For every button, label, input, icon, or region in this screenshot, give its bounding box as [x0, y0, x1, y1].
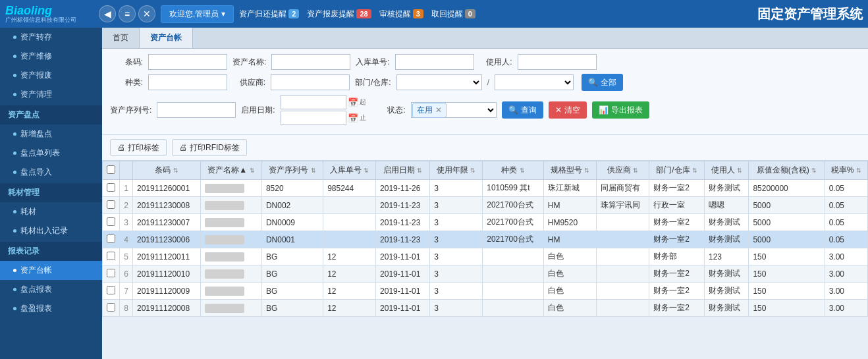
- sidebar-item-scrap[interactable]: 资产报废: [0, 66, 102, 85]
- end-date-input[interactable]: [281, 111, 346, 125]
- col-seqno[interactable]: 资产序列号 ⇅: [261, 161, 323, 180]
- sidebar-item-consumable[interactable]: 耗材: [0, 202, 102, 221]
- col-entryno[interactable]: 入库单号 ⇅: [323, 161, 376, 180]
- row-checkbox[interactable]: [107, 286, 115, 294]
- barcode-input[interactable]: [148, 54, 227, 70]
- col-type[interactable]: 种类 ⇅: [483, 161, 544, 180]
- export-button[interactable]: 📊 导出报表: [592, 101, 649, 119]
- alert-recall[interactable]: 取回提醒 0: [431, 9, 475, 20]
- clear-button[interactable]: ✕ 清空: [549, 101, 587, 119]
- sidebar-item-inventory-import[interactable]: 盘点导入: [0, 163, 102, 182]
- end-label: 止: [360, 113, 367, 123]
- cell-years: 3: [430, 248, 483, 265]
- cell-seqno: BG: [261, 265, 323, 283]
- seqno-input[interactable]: [157, 102, 236, 118]
- col-barcode[interactable]: 条码 ⇅: [133, 161, 201, 180]
- cell-assetname: ■■■■: [200, 248, 261, 265]
- sidebar-item-asset-ledger[interactable]: 资产台帐: [0, 261, 102, 280]
- table-row[interactable]: 4 201911230006 ■■■■ DN0001 2019-11-23 3 …: [103, 231, 868, 248]
- row-checkbox-cell[interactable]: [103, 283, 120, 300]
- logo-sub: 广州标领信息科技有限公司: [5, 17, 76, 23]
- sidebar-item-inventory-report[interactable]: 盘点报表: [0, 280, 102, 299]
- row-checkbox-cell[interactable]: [103, 248, 120, 265]
- dept-sub-select[interactable]: [495, 74, 574, 90]
- close-icon[interactable]: ✕: [138, 5, 155, 22]
- row-checkbox-cell[interactable]: [103, 197, 120, 214]
- print-label-button[interactable]: 🖨 打印标签: [110, 139, 167, 156]
- cell-type: [483, 283, 544, 300]
- cell-type: [483, 300, 544, 317]
- row-checkbox-cell[interactable]: [103, 180, 120, 197]
- sidebar-item-surplus-report[interactable]: 盘盈报表: [0, 299, 102, 318]
- col-spec[interactable]: 规格型号 ⇅: [543, 161, 596, 180]
- col-dept[interactable]: 部门/仓库 ⇅: [649, 161, 705, 180]
- col-supplier[interactable]: 供应商 ⇅: [596, 161, 649, 180]
- col-startdate[interactable]: 启用日期 ⇅: [376, 161, 430, 180]
- status-select[interactable]: 在用: [411, 102, 497, 118]
- row-checkbox-cell[interactable]: [103, 300, 120, 317]
- back-icon[interactable]: ◀: [99, 5, 116, 22]
- entryno-input[interactable]: [395, 54, 474, 70]
- row-checkbox[interactable]: [107, 235, 115, 243]
- cell-barcode: 201911230006: [133, 231, 201, 248]
- type-label: 种类:: [110, 77, 143, 88]
- cell-supplier: [596, 214, 649, 231]
- table-row[interactable]: 6 201911120010 ■■■■ BG 12 2019-11-01 3 白…: [103, 265, 868, 283]
- cell-seqno: BG: [261, 283, 323, 300]
- dot-icon: [13, 210, 16, 213]
- sidebar-item-transfer[interactable]: 资产转存: [0, 28, 102, 47]
- col-assetname[interactable]: 资产名称▲ ⇅: [200, 161, 261, 180]
- menu-icon[interactable]: ≡: [119, 5, 136, 22]
- row-checkbox[interactable]: [107, 217, 115, 226]
- table-row[interactable]: 7 201911120009 ■■■■ BG 12 2019-11-01 3 白…: [103, 283, 868, 300]
- supplier-input[interactable]: [271, 74, 350, 90]
- col-taxrate[interactable]: 税率% ⇅: [825, 161, 867, 180]
- cell-spec: HM9520: [543, 214, 596, 231]
- table-row[interactable]: 1 201911260001 ■■■■ 8520 985244 2019-11-…: [103, 180, 868, 197]
- tab-asset-ledger[interactable]: 资产台帐: [140, 28, 193, 48]
- table-row[interactable]: 3 201911230007 ■■■■ DN0009 2019-11-23 3 …: [103, 214, 868, 231]
- sidebar-item-maintain[interactable]: 资产维修: [0, 47, 102, 66]
- calendar-icon[interactable]: 📅: [348, 97, 358, 107]
- table-row[interactable]: 5 201911120011 ■■■■ BG 12 2019-11-01 3 白…: [103, 248, 868, 265]
- col-user[interactable]: 使用人 ⇅: [704, 161, 748, 180]
- user-input[interactable]: [518, 54, 597, 70]
- print-rfid-button[interactable]: 🖨 打印RFID标签: [172, 139, 247, 156]
- alert-scrap[interactable]: 资产报废提醒 28: [307, 9, 371, 20]
- cell-seqno: DN002: [261, 197, 323, 214]
- col-years[interactable]: 使用年限 ⇅: [430, 161, 483, 180]
- table-row[interactable]: 2 201911230008 ■■■■ DN002 2019-11-23 3 2…: [103, 197, 868, 214]
- col-amount[interactable]: 原值金额(含税) ⇅: [749, 161, 825, 180]
- row-checkbox-cell[interactable]: [103, 214, 120, 231]
- status-label: 状态:: [373, 105, 406, 116]
- row-checkbox[interactable]: [107, 303, 115, 312]
- calendar-icon2[interactable]: 📅: [348, 113, 358, 123]
- cell-amount: 150: [749, 283, 825, 300]
- row-num: 6: [120, 265, 133, 283]
- row-checkbox[interactable]: [107, 200, 115, 209]
- sidebar-item-new-inventory[interactable]: 新增盘点: [0, 124, 102, 144]
- select-all-checkbox[interactable]: [107, 165, 115, 174]
- cell-barcode: 201911120009: [133, 283, 201, 300]
- row-checkbox[interactable]: [107, 269, 115, 277]
- row-checkbox-cell[interactable]: [103, 265, 120, 283]
- sidebar-item-inventory-list[interactable]: 盘点单列表: [0, 144, 102, 163]
- row-checkbox[interactable]: [107, 252, 115, 260]
- search-button[interactable]: 🔍 查询: [502, 101, 543, 119]
- row-checkbox[interactable]: [107, 183, 115, 192]
- alert-audit[interactable]: 审核提醒 3: [379, 9, 423, 20]
- sidebar-item-cleanup[interactable]: 资产清理: [0, 85, 102, 104]
- type-input[interactable]: [148, 74, 227, 90]
- dept-select[interactable]: [396, 74, 482, 90]
- row-checkbox-cell[interactable]: [103, 231, 120, 248]
- start-date-input[interactable]: [281, 95, 346, 109]
- cell-user: 财务测试: [704, 214, 748, 231]
- alert-return[interactable]: 资产归还提醒 2: [239, 9, 299, 20]
- welcome-button[interactable]: 欢迎您,管理员 ▾: [161, 5, 234, 23]
- cell-taxrate: 0.05: [825, 231, 867, 248]
- table-row[interactable]: 8 201911120008 ■■■■ BG 12 2019-11-01 3 白…: [103, 300, 868, 317]
- assetname-input[interactable]: [271, 54, 350, 70]
- fullsearch-button[interactable]: 🔍 全部: [582, 74, 623, 91]
- sidebar-item-consumable-record[interactable]: 耗材出入记录: [0, 221, 102, 240]
- tab-home[interactable]: 首页: [102, 28, 140, 48]
